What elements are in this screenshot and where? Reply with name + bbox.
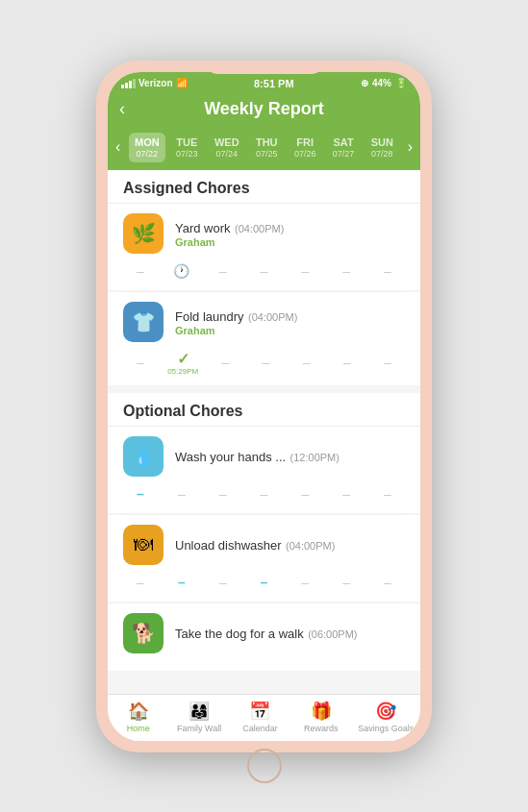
chore-wash-hands-name: Wash your hands ... (12:00PM) (175, 448, 405, 465)
fold-laundry-check-time: 05:29PM (167, 368, 198, 376)
status-bar: Verizon 📶 8:51 PM ⊕ 44% 🔋 (108, 72, 420, 93)
yard-work-tue: 🕐 (168, 261, 195, 281)
dishwasher-wed: – (210, 573, 237, 592)
yard-work-wed: – (210, 261, 237, 281)
yard-work-sun: – (374, 261, 401, 281)
day-fri-name: FRI (296, 136, 314, 148)
chore-unload-dishwasher-time: (04:00PM) (286, 540, 335, 552)
phone-notch (207, 61, 322, 74)
chore-unload-dishwasher-title: Unload dishwasher (175, 538, 282, 553)
chore-yard-work: 🌿 Yard work (04:00PM) Graham – 🕐 – – – (108, 204, 420, 290)
tab-home[interactable]: 🏠 Home (114, 701, 163, 733)
phone-screen: Verizon 📶 8:51 PM ⊕ 44% 🔋 ‹ Weekly Repor… (108, 72, 420, 741)
tab-calendar-label: Calendar (242, 724, 278, 733)
chore-unload-dishwasher-name: Unload dishwasher (04:00PM) (175, 536, 405, 554)
fold-laundry-wed: – (212, 353, 239, 372)
fold-laundry-tue: ✓ 05:29PM (167, 350, 198, 376)
day-wed-date: 07/24 (215, 149, 238, 159)
phone-frame: Verizon 📶 8:51 PM ⊕ 44% 🔋 ‹ Weekly Repor… (96, 61, 432, 752)
day-thu-date: 07/25 (256, 149, 278, 159)
day-thu-name: THU (256, 136, 278, 148)
tab-bar: 🏠 Home 👨‍👩‍👧 Family Wall 📅 Calendar 🎁 Re… (108, 694, 420, 741)
chore-wash-hands-days: – – – – – – – (123, 484, 405, 504)
day-sun[interactable]: SUN 07/28 (365, 133, 399, 162)
day-tue[interactable]: TUE 07/23 (170, 133, 204, 162)
chore-unload-dishwasher-days: – – – – – – – (123, 573, 405, 592)
chore-yard-work-name: Yard work (04:00PM) (175, 219, 405, 236)
next-week-button[interactable]: › (402, 138, 418, 156)
chore-yard-work-assignee: Graham (175, 236, 405, 248)
calendar-icon: 📅 (249, 701, 270, 722)
tab-rewards-label: Rewards (304, 724, 339, 733)
day-mon-name: MON (135, 136, 160, 148)
chore-unload-dishwasher: 🍽 Unload dishwasher (04:00PM) – – – – – … (108, 515, 420, 602)
chore-fold-laundry-icon: 👕 (123, 302, 163, 342)
days-row: MON 07/22 TUE 07/23 WED 07/24 THU 07/25 … (126, 133, 401, 162)
chore-dog-walk: 🐕 Take the dog for a walk (06:00PM) (108, 603, 420, 671)
day-sun-date: 07/28 (371, 149, 393, 159)
day-fri[interactable]: FRI 07/26 (289, 133, 322, 162)
chore-fold-laundry-days: – ✓ 05:29PM – – – – – (123, 350, 405, 376)
status-right: ⊕ 44% 🔋 (361, 78, 407, 88)
tab-savings-goals-label: Savings Goals (358, 724, 414, 733)
wash-hands-wed: – (210, 484, 237, 504)
day-tue-name: TUE (176, 136, 197, 148)
wifi-icon: 📶 (176, 78, 188, 88)
day-sat[interactable]: SAT 07/27 (327, 133, 361, 162)
home-button[interactable] (247, 749, 282, 783)
battery-level: 44% (372, 78, 391, 88)
tab-family-wall-label: Family Wall (177, 724, 221, 733)
day-fri-date: 07/26 (294, 149, 316, 159)
chore-fold-laundry-title: Fold laundry (175, 309, 244, 324)
content-area: Assigned Chores 🌿 Yard work (04:00PM) Gr… (108, 170, 420, 694)
dishwasher-sat: – (333, 573, 360, 592)
family-wall-icon: 👨‍👩‍👧 (189, 701, 210, 722)
assigned-chores-header: Assigned Chores (108, 170, 420, 204)
home-button-area (108, 741, 420, 789)
tab-family-wall[interactable]: 👨‍👩‍👧 Family Wall (175, 701, 223, 733)
chore-dog-walk-info: Take the dog for a walk (06:00PM) (175, 625, 405, 642)
tab-rewards[interactable]: 🎁 Rewards (297, 701, 345, 733)
dishwasher-thu: – (250, 573, 277, 592)
chore-wash-hands-top: 💧 Wash your hands ... (12:00PM) (123, 436, 405, 477)
chore-dog-walk-name: Take the dog for a walk (06:00PM) (175, 625, 405, 642)
location-icon: ⊕ (361, 78, 368, 88)
signal-bars (121, 79, 136, 88)
chore-yard-work-info: Yard work (04:00PM) Graham (175, 219, 405, 248)
battery-icon: 🔋 (395, 78, 407, 88)
day-mon[interactable]: MON 07/22 (129, 133, 165, 162)
dishwasher-mon: – (127, 573, 154, 592)
fold-laundry-thu: – (253, 353, 280, 372)
day-wed-name: WED (214, 136, 239, 148)
day-wed[interactable]: WED 07/24 (209, 133, 245, 162)
yard-work-sat: – (333, 261, 360, 281)
day-sat-date: 07/27 (333, 149, 355, 159)
chore-wash-hands-icon: 💧 (123, 436, 163, 477)
status-left: Verizon 📶 (121, 78, 188, 88)
chore-fold-laundry: 👕 Fold laundry (04:00PM) Graham – ✓ 05:2… (108, 292, 420, 385)
dishwasher-fri: – (291, 573, 318, 592)
prev-week-button[interactable]: ‹ (110, 138, 126, 156)
wash-hands-fri: – (291, 484, 318, 504)
chore-unload-dishwasher-top: 🍽 Unload dishwasher (04:00PM) (123, 525, 405, 565)
day-thu[interactable]: THU 07/25 (250, 133, 284, 162)
tab-savings-goals[interactable]: 🎯 Savings Goals (358, 701, 414, 733)
wash-hands-tue: – (168, 484, 195, 504)
tab-home-label: Home (127, 724, 150, 733)
chore-dog-walk-icon: 🐕 (123, 613, 163, 653)
savings-goals-icon: 🎯 (375, 701, 396, 722)
day-mon-date: 07/22 (137, 149, 159, 159)
chore-unload-dishwasher-info: Unload dishwasher (04:00PM) (175, 536, 405, 554)
day-tue-date: 07/23 (176, 149, 198, 159)
tab-calendar[interactable]: 📅 Calendar (236, 701, 284, 733)
back-button[interactable]: ‹ (119, 99, 125, 119)
chore-yard-work-top: 🌿 Yard work (04:00PM) Graham (123, 213, 405, 254)
fold-laundry-sun: – (374, 353, 401, 372)
chore-dog-walk-top: 🐕 Take the dog for a walk (06:00PM) (123, 613, 405, 653)
fold-laundry-sat: – (334, 353, 361, 372)
yard-work-fri: – (291, 261, 318, 281)
fold-laundry-fri: – (293, 353, 320, 372)
chore-yard-work-days: – 🕐 – – – – – (123, 261, 405, 281)
dishwasher-sun: – (374, 573, 401, 592)
day-selector: ‹ MON 07/22 TUE 07/23 WED 07/24 THU 07/2… (108, 129, 420, 170)
